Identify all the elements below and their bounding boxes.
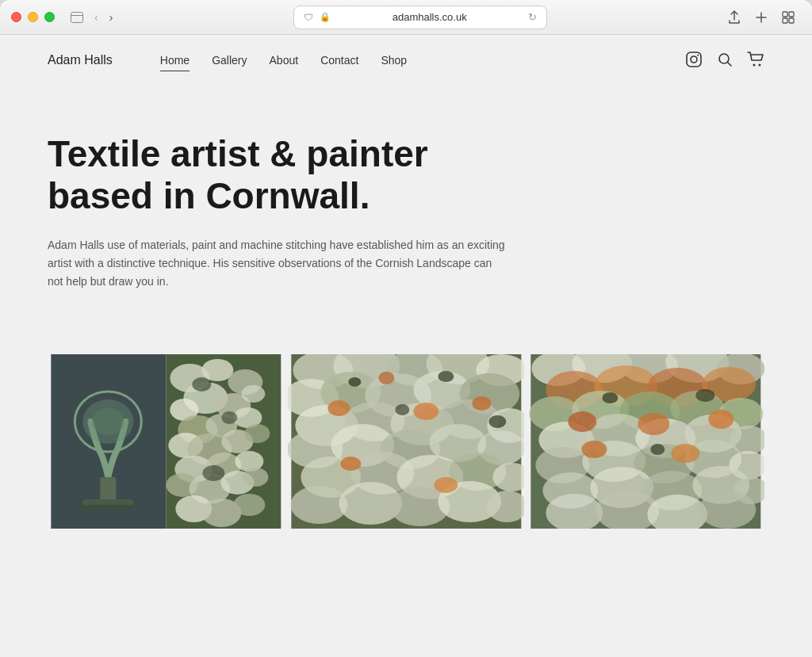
svg-point-67 xyxy=(413,403,439,420)
svg-point-13 xyxy=(753,63,756,66)
lock-icon: 🔒 xyxy=(320,12,331,22)
back-button[interactable]: ‹ xyxy=(91,10,102,25)
svg-rect-21 xyxy=(79,505,137,510)
title-bar-right xyxy=(725,8,798,27)
artwork-2-svg xyxy=(288,354,525,529)
svg-point-68 xyxy=(472,396,491,411)
svg-point-18 xyxy=(92,408,124,435)
title-bar: ‹ › 🛡 🔒 adamhalls.co.uk ↻ xyxy=(0,0,812,35)
svg-rect-6 xyxy=(783,18,787,23)
hero-description: Adam Halls use of materials, paint and m… xyxy=(48,236,508,291)
refresh-icon[interactable]: ↻ xyxy=(528,11,537,23)
svg-point-10 xyxy=(697,54,699,55)
svg-rect-5 xyxy=(789,12,794,17)
share-button[interactable] xyxy=(725,8,744,27)
nav-about[interactable]: About xyxy=(270,51,299,70)
url-text: adamhalls.co.uk xyxy=(337,11,522,23)
svg-point-29 xyxy=(241,385,265,403)
svg-point-49 xyxy=(202,465,224,481)
hero-section: Textile artist & painter based in Cornwa… xyxy=(0,86,812,323)
mac-window: ‹ › 🛡 🔒 adamhalls.co.uk ↻ xyxy=(0,0,812,657)
svg-point-14 xyxy=(759,63,761,66)
site-navigation: Adam Halls Home Gallery About Contact Sh… xyxy=(0,35,812,86)
svg-point-48 xyxy=(221,411,237,424)
gallery-grid xyxy=(48,354,764,529)
tab-icon[interactable] xyxy=(67,10,86,25)
shield-icon: 🛡 xyxy=(304,12,313,23)
artwork-1-svg xyxy=(48,354,285,529)
hero-title: Textile artist & painter based in Cornwa… xyxy=(48,133,523,217)
svg-point-43 xyxy=(243,468,268,487)
svg-rect-4 xyxy=(783,12,787,17)
svg-point-87 xyxy=(395,404,409,415)
svg-point-88 xyxy=(488,415,506,428)
nav-home[interactable]: Home xyxy=(160,51,190,70)
maximize-button[interactable] xyxy=(44,12,55,22)
nav-links: Home Gallery About Contact Shop xyxy=(160,51,685,70)
svg-point-129 xyxy=(699,491,756,529)
svg-point-36 xyxy=(244,424,270,443)
artwork-3-svg xyxy=(527,354,764,529)
svg-point-120 xyxy=(672,444,700,463)
svg-line-12 xyxy=(728,62,732,66)
svg-point-9 xyxy=(691,56,697,63)
nav-shop[interactable]: Shop xyxy=(381,51,407,70)
svg-point-85 xyxy=(348,377,361,387)
website-content: Adam Halls Home Gallery About Contact Sh… xyxy=(0,35,812,657)
new-tab-button[interactable] xyxy=(752,8,771,27)
svg-point-112 xyxy=(638,413,670,435)
svg-point-113 xyxy=(709,410,734,429)
svg-point-46 xyxy=(233,494,265,516)
traffic-lights xyxy=(11,12,55,22)
nav-contact[interactable]: Contact xyxy=(320,51,358,70)
gallery-item-2[interactable] xyxy=(288,354,525,529)
site-logo[interactable]: Adam Halls xyxy=(48,53,113,67)
svg-rect-7 xyxy=(789,18,794,23)
browser-controls: ‹ › xyxy=(67,10,116,25)
instagram-icon[interactable] xyxy=(685,51,703,71)
svg-point-66 xyxy=(327,400,350,416)
title-bar-center: 🛡 🔒 adamhalls.co.uk ↻ xyxy=(116,6,725,29)
svg-point-24 xyxy=(201,359,233,381)
svg-point-132 xyxy=(651,444,665,455)
svg-rect-8 xyxy=(687,52,701,67)
cart-icon[interactable] xyxy=(747,52,764,70)
svg-point-119 xyxy=(582,441,607,458)
svg-point-89 xyxy=(340,456,361,471)
nav-icons xyxy=(685,51,764,71)
close-button[interactable] xyxy=(11,12,21,22)
svg-point-131 xyxy=(696,389,715,402)
address-bar[interactable]: 🛡 🔒 adamhalls.co.uk ↻ xyxy=(293,6,547,29)
gallery-item-1[interactable] xyxy=(48,354,285,529)
svg-point-69 xyxy=(378,372,394,384)
svg-rect-20 xyxy=(82,499,133,506)
gallery-section xyxy=(0,323,812,657)
svg-point-130 xyxy=(603,392,619,403)
svg-point-86 xyxy=(438,371,454,382)
grid-view-button[interactable] xyxy=(779,8,798,27)
svg-point-111 xyxy=(569,411,597,432)
svg-rect-0 xyxy=(71,12,83,22)
svg-point-90 xyxy=(434,477,458,493)
svg-point-47 xyxy=(192,377,211,392)
gallery-item-3[interactable] xyxy=(527,354,764,529)
search-icon[interactable] xyxy=(717,52,733,70)
nav-gallery[interactable]: Gallery xyxy=(212,51,247,70)
forward-button[interactable]: › xyxy=(106,10,117,25)
svg-rect-19 xyxy=(100,477,116,501)
minimize-button[interactable] xyxy=(28,12,38,22)
